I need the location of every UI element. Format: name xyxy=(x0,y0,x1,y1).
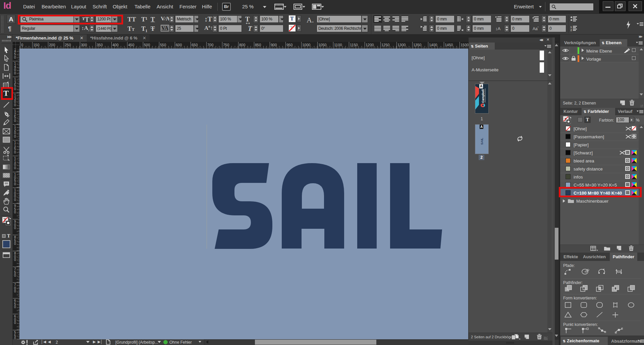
svg-text:Aa‾: Aa‾ xyxy=(533,26,539,31)
svg-text:Campbell: Campbell xyxy=(481,89,485,103)
svg-text:↕A: ↕A xyxy=(495,26,501,31)
svg-text:2: 2 xyxy=(571,28,572,31)
svg-text:SAIL: SAIL xyxy=(480,138,484,145)
